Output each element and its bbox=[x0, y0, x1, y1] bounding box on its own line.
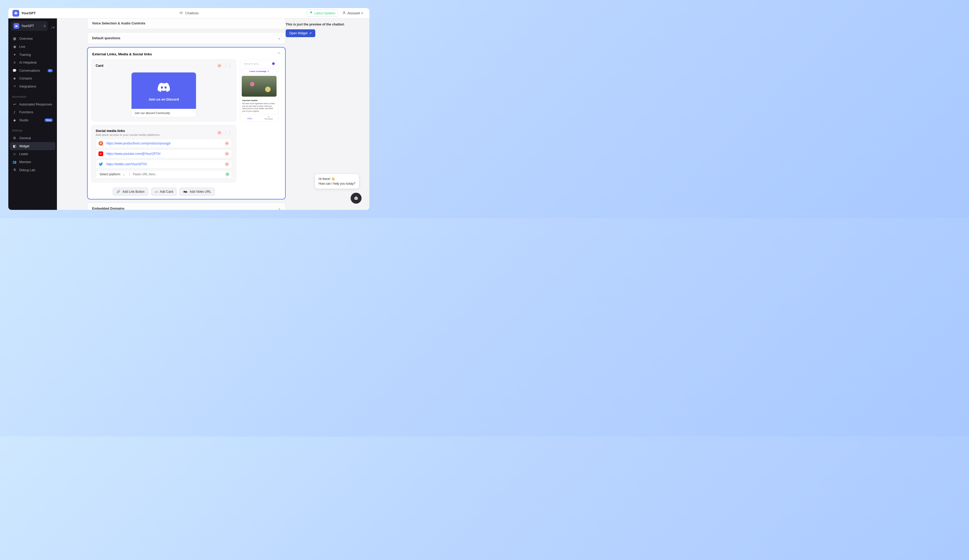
chat-icon: 💬 bbox=[12, 68, 17, 73]
badge-count: 9+ bbox=[48, 69, 53, 72]
chevron-up-icon[interactable]: ⌃ bbox=[277, 52, 280, 56]
chevron-down-icon: ▾ bbox=[361, 11, 363, 15]
remove-link-button[interactable] bbox=[225, 141, 229, 145]
discord-icon bbox=[157, 80, 171, 95]
flask-icon: ⚗ bbox=[12, 168, 17, 172]
studio-icon: ◆ bbox=[12, 118, 17, 122]
preview-tab-home: ⌂ Home bbox=[240, 114, 259, 121]
collapse-sidebar-icon[interactable]: |◀ bbox=[51, 25, 54, 29]
sidebar: YourGPT ⇅ |◀ ▦ Overview ◉ Live ✦ Trainin… bbox=[8, 18, 57, 210]
add-link-button-btn[interactable]: 🔗 Add Link Button bbox=[113, 188, 148, 196]
integrations-icon: ⌗ bbox=[12, 85, 17, 88]
grid-icon: ▦ bbox=[12, 37, 17, 40]
sidebar-item-integrations[interactable]: ⌗ Integrations bbox=[10, 82, 55, 90]
workspace-icon bbox=[13, 23, 19, 29]
sort-icon: ⇅ bbox=[43, 25, 45, 28]
section-default-questions[interactable]: Default questions ⌄ bbox=[87, 32, 286, 44]
sidebar-item-widget[interactable]: ◧ Widget bbox=[10, 142, 55, 150]
user-icon bbox=[342, 11, 346, 15]
member-icon: 👥 bbox=[12, 160, 17, 164]
widget-icon: ◧ bbox=[12, 144, 17, 148]
chevron-down-icon: ⌄ bbox=[278, 206, 281, 210]
sidebar-item-member[interactable]: 👥 Member bbox=[10, 158, 55, 166]
preview-tab-messages: ✉ Messages bbox=[259, 114, 278, 121]
svg-marker-13 bbox=[100, 153, 102, 155]
add-social-row: Select platform ⌄ | bbox=[96, 170, 232, 178]
topbar-tab-chatbots[interactable]: Chatbots bbox=[185, 11, 198, 15]
preview-hero-image: Peridot bbox=[242, 76, 276, 96]
helpdesk-icon: ≡ bbox=[12, 61, 17, 65]
sidebar-item-automated-responses[interactable]: ↩ Automated Responses bbox=[10, 100, 55, 108]
drag-handle-icon[interactable]: ⋮⋮ bbox=[223, 130, 232, 135]
brand-logo-icon bbox=[12, 10, 19, 17]
topbar: YourGPT Chatbots Latest Updates Account … bbox=[8, 8, 370, 18]
social-link-row: https://twitter.com/YourGPTAI bbox=[96, 160, 232, 169]
reply-icon: ↩ bbox=[12, 102, 17, 106]
bell-icon bbox=[310, 11, 313, 15]
live-icon: ◉ bbox=[12, 45, 17, 48]
social-link[interactable]: https://twitter.com/YourGPTAI bbox=[106, 162, 147, 166]
svg-point-15 bbox=[355, 198, 356, 199]
brand-name: YourGPT bbox=[21, 11, 36, 15]
sidebar-item-helpdesk[interactable]: ≡ AI Helpdesk bbox=[10, 59, 55, 66]
chevron-down-icon: ⌄ bbox=[278, 36, 281, 40]
sidebar-item-conversations[interactable]: 💬 Conversations 9+ bbox=[10, 66, 55, 75]
home-icon: ⌂ bbox=[240, 116, 259, 118]
sidebar-item-contacts[interactable]: ☻ Contacts bbox=[10, 75, 55, 82]
workspace-selector[interactable]: YourGPT ⇅ bbox=[11, 21, 48, 31]
svg-rect-14 bbox=[355, 197, 358, 199]
account-menu[interactable]: Account ▾ bbox=[340, 10, 365, 17]
remove-link-button[interactable] bbox=[225, 162, 229, 166]
open-widget-button[interactable]: Open Widget ↗ bbox=[286, 29, 315, 37]
sidebar-item-studio[interactable]: ◆ Studio New bbox=[10, 116, 55, 124]
sidebar-item-overview[interactable]: ▦ Overview bbox=[10, 35, 55, 43]
leads-icon: ☺ bbox=[12, 152, 17, 156]
add-link-button[interactable] bbox=[225, 172, 230, 176]
panel-title: External Links, Media & Social links bbox=[92, 52, 152, 56]
platform-select[interactable]: Select platform ⌄ bbox=[98, 172, 127, 177]
preview-note: This is just the preview of the chatbot. bbox=[286, 23, 361, 26]
chevron-down-icon: ⌄ bbox=[122, 173, 125, 176]
producthunt-icon: P bbox=[98, 141, 103, 146]
remove-link-button[interactable] bbox=[225, 152, 229, 156]
send-icon bbox=[272, 62, 275, 65]
youtube-icon bbox=[98, 151, 103, 156]
sidebar-item-training[interactable]: ✦ Training bbox=[10, 51, 55, 59]
sidebar-item-general[interactable]: ⚙ General bbox=[10, 134, 55, 142]
new-badge: New bbox=[45, 118, 53, 122]
chat-launcher-button[interactable] bbox=[351, 193, 361, 204]
sidebar-item-functions[interactable]: ƒ Functions bbox=[10, 108, 55, 116]
video-icon: ■▶ bbox=[183, 190, 187, 193]
social-link-row: https://www.youtube.com/@YourGPTAI bbox=[96, 150, 232, 158]
card-icon: ▭ bbox=[155, 190, 158, 193]
arrow-icon: ↗ bbox=[267, 70, 269, 73]
url-input[interactable] bbox=[133, 173, 223, 176]
svg-point-9 bbox=[344, 12, 345, 13]
add-video-btn[interactable]: ■▶ Add Video URL bbox=[179, 188, 215, 196]
svg-point-1 bbox=[15, 13, 16, 13]
section-voice[interactable]: Voice Selection & Audio Controls bbox=[87, 18, 286, 29]
drag-handle-icon[interactable]: ⋮⋮ bbox=[223, 63, 232, 68]
preview-cta: Leave a message ↗ bbox=[242, 68, 276, 74]
social-link[interactable]: https://www.producthunt.com/products/you… bbox=[106, 141, 170, 145]
add-card-btn[interactable]: ▭ Add Card bbox=[151, 188, 177, 196]
remove-card-button[interactable] bbox=[217, 64, 221, 68]
twitter-icon bbox=[98, 162, 103, 166]
card-editor: Card ⋮⋮ bbox=[91, 59, 236, 121]
chat-greeting-popup: Hi there! 👋 How can I help you today? bbox=[315, 174, 359, 189]
svg-point-16 bbox=[356, 198, 357, 199]
section-embedded-domains[interactable]: Embedded Domains ⌄ bbox=[87, 203, 286, 210]
sidebar-item-leads[interactable]: ☺ Leads bbox=[10, 150, 55, 158]
latest-updates-button[interactable]: Latest Updates bbox=[307, 10, 338, 17]
messages-icon: ✉ bbox=[259, 116, 278, 118]
robot-icon bbox=[179, 11, 183, 16]
sidebar-section-settings: Settings bbox=[8, 125, 57, 133]
social-link[interactable]: https://www.youtube.com/@YourGPTAI bbox=[106, 152, 160, 156]
remove-social-block-button[interactable] bbox=[217, 131, 221, 135]
sidebar-item-live[interactable]: ◉ Live bbox=[10, 43, 55, 51]
function-icon: ƒ bbox=[12, 110, 17, 114]
sidebar-item-debug-lab[interactable]: ⚗ Debug Lab bbox=[10, 166, 55, 174]
section-external-links: External Links, Media & Social links ⌃ C… bbox=[87, 47, 286, 199]
gear-icon: ⚙ bbox=[12, 136, 17, 140]
sidebar-section-automation: Automation bbox=[8, 91, 57, 99]
